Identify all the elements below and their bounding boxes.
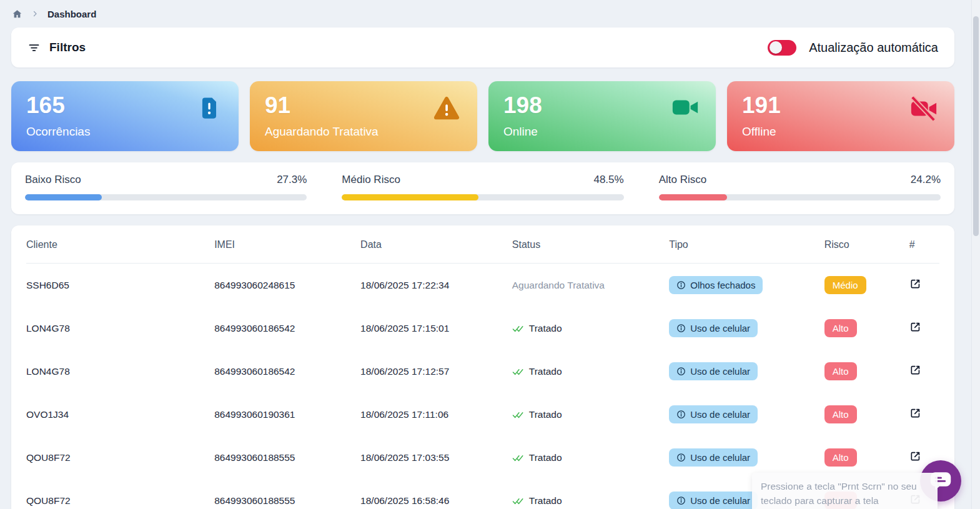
cell-actions	[909, 407, 939, 422]
cell-risco: Alto	[824, 405, 909, 423]
filter-icon	[27, 41, 41, 54]
cell-cliente: OVO1J34	[26, 409, 214, 420]
table-header: Cliente IMEI Data Status Tipo Risco #	[26, 225, 939, 264]
open-details-button[interactable]	[909, 407, 921, 419]
cell-cliente: QOU8F72	[26, 495, 214, 507]
risk-progressbar	[25, 194, 307, 200]
info-icon	[676, 280, 686, 290]
cell-data: 18/06/2025 17:22:34	[360, 280, 512, 291]
cell-imei: 864993060190361	[214, 409, 360, 420]
auto-update-toggle[interactable]	[768, 40, 796, 56]
table-row: OVO1J34 864993060190361 18/06/2025 17:11…	[26, 393, 939, 436]
col-header-data: Data	[360, 239, 512, 250]
cell-tipo: Uso de celular	[669, 362, 824, 380]
info-icon	[676, 367, 686, 376]
double-check-icon	[512, 497, 524, 505]
risk-label: Médio Risco	[342, 174, 400, 186]
cell-status: Tratado	[512, 495, 669, 507]
stat-value: 165	[26, 92, 224, 119]
breadcrumb-page-title: Dashboard	[47, 9, 96, 19]
cell-risco: Médio	[824, 276, 909, 294]
cell-status: Tratado	[512, 409, 669, 420]
cell-status: Tratado	[512, 452, 669, 463]
info-icon	[676, 496, 686, 505]
cell-cliente: QOU8F72	[26, 452, 214, 463]
warning-triangle-icon	[432, 95, 461, 124]
tipo-label: Olhos fechados	[690, 280, 755, 290]
cell-data: 18/06/2025 17:12:57	[360, 366, 512, 377]
risk-progressbar	[659, 194, 941, 200]
cell-actions	[909, 278, 939, 292]
double-check-icon	[512, 324, 524, 333]
stat-card-online[interactable]: 198 Online	[488, 81, 716, 151]
home-icon[interactable]	[12, 9, 22, 19]
risco-badge: Alto	[824, 319, 857, 337]
tipo-pill[interactable]: Uso de celular	[669, 448, 758, 467]
col-header-actions: #	[909, 239, 939, 250]
risk-percent: 24.2%	[911, 174, 941, 186]
risk-summary-card: Baixo Risco 27.3% Médio Risco 48.5% Alto…	[11, 162, 954, 214]
breadcrumb: Dashboard	[0, 0, 980, 27]
screenshot-hint-tooltip: Pressione a tecla "Prnt Scrn" no seu tec…	[752, 473, 938, 509]
risk-label: Baixo Risco	[25, 174, 81, 186]
stat-card-ocorrencias[interactable]: 165 Ocorrências	[11, 81, 239, 151]
cell-imei: 864993060186542	[214, 323, 360, 334]
open-details-button[interactable]	[909, 450, 921, 462]
cell-actions	[909, 364, 939, 378]
stat-card-aguardando[interactable]: 91 Aguardando Tratativa	[250, 81, 477, 151]
scrollbar-thumb[interactable]	[973, 16, 979, 236]
table-row: SSH6D65 864993060248615 18/06/2025 17:22…	[26, 264, 939, 307]
risk-progressbar	[342, 194, 623, 200]
cell-imei: 864993060186542	[214, 366, 360, 377]
risco-badge: Médio	[824, 276, 866, 294]
cell-tipo: Uso de celular	[669, 319, 824, 337]
risk-percent: 27.3%	[277, 174, 307, 186]
info-icon	[676, 453, 686, 462]
open-details-button[interactable]	[909, 364, 921, 376]
table-row: LON4G78 864993060186542 18/06/2025 17:12…	[26, 350, 939, 393]
risk-percent: 48.5%	[593, 174, 623, 186]
tipo-label: Uso de celular	[690, 409, 750, 420]
info-icon	[676, 324, 686, 333]
cell-imei: 864993060188555	[214, 452, 360, 463]
risk-label: Alto Risco	[659, 174, 707, 186]
stat-label: Ocorrências	[26, 125, 224, 139]
double-check-icon	[512, 367, 524, 376]
auto-update-label: Atualização automática	[809, 41, 938, 55]
status-text: Tratado	[529, 366, 562, 377]
cell-tipo: Uso de celular	[669, 405, 824, 423]
tipo-pill[interactable]: Olhos fechados	[669, 276, 763, 294]
tipo-label: Uso de celular	[690, 495, 750, 506]
double-check-icon	[512, 410, 524, 419]
info-icon	[676, 410, 686, 419]
cell-data: 18/06/2025 17:15:01	[360, 323, 512, 334]
cell-risco: Alto	[824, 448, 909, 467]
vertical-scrollbar[interactable]	[971, 0, 980, 509]
col-header-risco: Risco	[824, 239, 909, 250]
tipo-pill[interactable]: Uso de celular	[669, 405, 758, 423]
video-camera-icon	[671, 95, 700, 122]
occurrences-table: Cliente IMEI Data Status Tipo Risco # SS…	[11, 225, 954, 509]
stat-label: Offline	[742, 125, 939, 139]
stat-label: Online	[503, 125, 701, 139]
tipo-label: Uso de celular	[690, 366, 750, 377]
cell-data: 18/06/2025 17:03:55	[360, 452, 512, 463]
cell-status: Aguardando Tratativa	[512, 280, 669, 291]
filters-button[interactable]: Filtros	[27, 41, 86, 54]
cell-cliente: SSH6D65	[26, 280, 214, 291]
video-off-icon	[909, 95, 938, 125]
tooltip-text: Pressione a tecla "Prnt Scrn" no seu tec…	[761, 481, 917, 505]
cell-status: Tratado	[512, 323, 669, 334]
open-details-button[interactable]	[909, 321, 921, 333]
tipo-pill[interactable]: Uso de celular	[669, 362, 758, 380]
open-details-button[interactable]	[909, 278, 921, 290]
tipo-pill[interactable]: Uso de celular	[669, 319, 758, 337]
status-text: Tratado	[529, 409, 562, 420]
filters-label: Filtros	[49, 41, 86, 54]
tipo-pill[interactable]: Uso de celular	[669, 492, 758, 509]
risk-item-alto: Alto Risco 24.2%	[659, 174, 941, 200]
stat-card-offline[interactable]: 191 Offline	[727, 81, 954, 151]
cell-data: 18/06/2025 17:11:06	[360, 409, 512, 420]
cell-imei: 864993060248615	[214, 280, 360, 291]
col-header-imei: IMEI	[214, 239, 360, 250]
